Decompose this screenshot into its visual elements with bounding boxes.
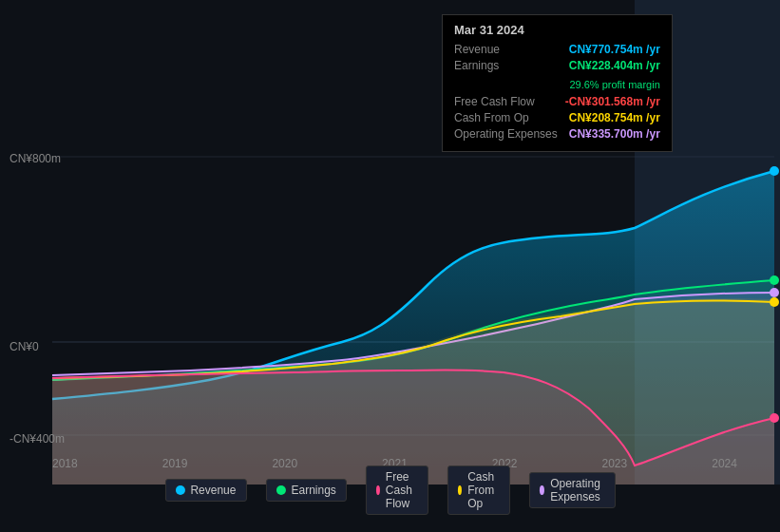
svg-point-8 [770, 413, 779, 423]
tooltip: Mar 31 2024 Revenue CN¥770.754m /yr Earn… [442, 14, 673, 152]
cashop-dot [458, 485, 462, 495]
tooltip-label-revenue: Revenue [454, 43, 500, 56]
legend-item-cashop[interactable]: Cash From Op [447, 466, 510, 515]
legend-item-revenue[interactable]: Revenue [164, 479, 246, 502]
legend-label-opex: Operating Expenses [550, 477, 604, 504]
tooltip-date: Mar 31 2024 [454, 23, 660, 37]
earnings-dot [276, 485, 285, 495]
y-label-neg400: -CN¥400m [10, 432, 65, 446]
tooltip-profit-margin: 29.6% profit margin [569, 79, 659, 90]
x-label-2024: 2024 [712, 457, 737, 470]
tooltip-value-cashop: CN¥208.754m /yr [569, 111, 660, 124]
tooltip-label-earnings: Earnings [454, 59, 499, 72]
legend-item-opex[interactable]: Operating Expenses [529, 472, 616, 508]
fcf-dot [376, 485, 380, 495]
legend-item-earnings[interactable]: Earnings [265, 479, 346, 502]
tooltip-label-fcf: Free Cash Flow [454, 95, 535, 108]
x-label-2018: 2018 [52, 457, 78, 470]
tooltip-value-revenue: CN¥770.754m /yr [569, 43, 660, 56]
legend-label-fcf: Free Cash Flow [386, 470, 418, 510]
legend-item-fcf[interactable]: Free Cash Flow [366, 466, 428, 515]
svg-point-4 [770, 166, 779, 176]
svg-point-7 [770, 288, 779, 297]
opex-dot [540, 485, 544, 495]
revenue-dot [175, 485, 184, 495]
legend-label-earnings: Earnings [291, 484, 335, 497]
tooltip-value-fcf: -CN¥301.568m /yr [565, 95, 660, 108]
tooltip-row-revenue: Revenue CN¥770.754m /yr [454, 43, 660, 56]
tooltip-row-opex: Operating Expenses CN¥335.700m /yr [454, 127, 660, 141]
tooltip-label-opex: Operating Expenses [454, 127, 558, 141]
tooltip-value-earnings: CN¥228.404m /yr [569, 59, 660, 72]
tooltip-label-cashop: Cash From Op [454, 111, 529, 124]
legend: Revenue Earnings Free Cash Flow Cash Fro… [164, 466, 615, 515]
legend-label-cashop: Cash From Op [467, 470, 500, 510]
svg-point-6 [770, 297, 779, 307]
tooltip-row-fcf: Free Cash Flow -CN¥301.568m /yr [454, 95, 660, 108]
y-label-0: CN¥0 [10, 340, 39, 353]
tooltip-row-cashop: Cash From Op CN¥208.754m /yr [454, 111, 660, 124]
svg-point-5 [770, 276, 779, 285]
tooltip-value-opex: CN¥335.700m /yr [569, 127, 660, 141]
chart-container: CN¥800m CN¥0 -CN¥400m 2018 2019 2020 202… [0, 0, 780, 532]
tooltip-row-earnings: Earnings CN¥228.404m /yr [454, 59, 660, 72]
legend-label-revenue: Revenue [190, 484, 236, 497]
y-label-800: CN¥800m [10, 152, 61, 165]
